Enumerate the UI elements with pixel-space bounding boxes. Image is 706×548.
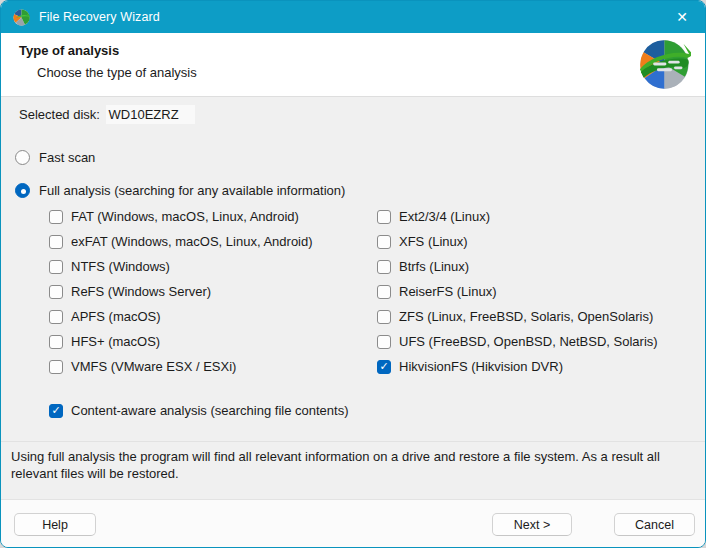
filesystem-checkbox[interactable] [377,235,391,249]
filesystem-option[interactable]: NTFS (Windows) [49,259,313,274]
filesystem-option[interactable]: Ext2/3/4 (Linux) [377,209,658,224]
filesystem-option[interactable]: exFAT (Windows, macOS, Linux, Android) [49,234,313,249]
filesystem-option[interactable]: ReFS (Windows Server) [49,284,313,299]
selected-disk-value: WD10EZRZ [106,105,195,124]
fast-scan-option[interactable]: Fast scan [15,150,95,165]
section-divider [1,441,705,442]
filesystem-label: ZFS (Linux, FreeBSD, Solaris, OpenSolari… [399,309,653,324]
filesystem-checkbox[interactable] [49,360,63,374]
filesystem-label: UFS (FreeBSD, OpenBSD, NetBSD, Solaris) [399,334,658,349]
page-title: Type of analysis [1,33,705,58]
filesystem-option[interactable]: HFS+ (macOS) [49,334,313,349]
filesystem-label: HikvisionFS (Hikvision DVR) [399,359,563,374]
full-analysis-label: Full analysis (searching for any availab… [39,183,345,198]
filesystem-checkbox[interactable] [377,335,391,349]
filesystem-checkbox[interactable] [377,310,391,324]
filesystem-label: Ext2/3/4 (Linux) [399,209,490,224]
filesystem-label: FAT (Windows, macOS, Linux, Android) [71,209,299,224]
content-aware-label: Content-aware analysis (searching file c… [71,403,348,418]
recovery-disk-icon [638,38,691,91]
filesystem-option[interactable]: XFS (Linux) [377,234,658,249]
content-aware-checkbox[interactable]: ✓ [49,404,63,418]
filesystem-label: ReFS (Windows Server) [71,284,211,299]
filesystem-column-right: Ext2/3/4 (Linux)XFS (Linux)Btrfs (Linux)… [377,209,658,374]
wizard-footer: Help Next > Cancel [1,499,705,547]
filesystem-checkbox[interactable] [377,210,391,224]
filesystem-option[interactable]: ZFS (Linux, FreeBSD, Solaris, OpenSolari… [377,309,658,324]
help-button[interactable]: Help [14,513,96,536]
filesystem-label: VMFS (VMware ESX / ESXi) [71,359,236,374]
filesystem-label: exFAT (Windows, macOS, Linux, Android) [71,234,313,249]
filesystem-option[interactable]: VMFS (VMware ESX / ESXi) [49,359,313,374]
wizard-content: Selected disk: WD10EZRZ Fast scan Full a… [1,97,705,499]
filesystem-checkbox[interactable] [49,285,63,299]
filesystem-label: NTFS (Windows) [71,259,170,274]
filesystem-checkbox[interactable] [49,310,63,324]
filesystem-option[interactable]: ✓HikvisionFS (Hikvision DVR) [377,359,658,374]
filesystem-checkbox[interactable] [49,335,63,349]
page-subtitle: Choose the type of analysis [1,58,705,80]
app-icon [13,9,30,26]
filesystem-label: XFS (Linux) [399,234,468,249]
filesystem-option[interactable]: APFS (macOS) [49,309,313,324]
content-aware-option[interactable]: ✓ Content-aware analysis (searching file… [49,403,348,418]
analysis-description: Using full analysis the program will fin… [11,448,699,482]
filesystem-label: HFS+ (macOS) [71,334,160,349]
filesystem-label: ReiserFS (Linux) [399,284,497,299]
title-bar: File Recovery Wizard ✕ [1,1,705,33]
file-recovery-wizard-window: File Recovery Wizard ✕ Type of analysis … [0,0,706,548]
next-button[interactable]: Next > [492,513,572,536]
wizard-header: Type of analysis Choose the type of anal… [1,33,705,97]
filesystem-checkbox[interactable] [49,235,63,249]
full-analysis-option[interactable]: Full analysis (searching for any availab… [15,183,345,198]
close-icon[interactable]: ✕ [659,1,705,33]
filesystem-label: Btrfs (Linux) [399,259,469,274]
selected-disk-row: Selected disk: WD10EZRZ [19,107,195,122]
full-analysis-radio[interactable] [15,183,30,198]
filesystem-checkbox[interactable] [377,260,391,274]
filesystem-checkbox[interactable] [377,285,391,299]
filesystem-checkbox[interactable] [49,210,63,224]
filesystem-checkbox[interactable] [49,260,63,274]
cancel-button[interactable]: Cancel [614,513,695,536]
filesystem-option[interactable]: Btrfs (Linux) [377,259,658,274]
filesystem-option[interactable]: UFS (FreeBSD, OpenBSD, NetBSD, Solaris) [377,334,658,349]
selected-disk-label: Selected disk: [19,107,100,122]
fast-scan-label: Fast scan [39,150,95,165]
filesystem-option[interactable]: FAT (Windows, macOS, Linux, Android) [49,209,313,224]
filesystem-option[interactable]: ReiserFS (Linux) [377,284,658,299]
window-title: File Recovery Wizard [39,10,160,24]
fast-scan-radio[interactable] [15,150,30,165]
filesystem-column-left: FAT (Windows, macOS, Linux, Android)exFA… [49,209,313,374]
filesystem-checkbox[interactable]: ✓ [377,360,391,374]
filesystem-label: APFS (macOS) [71,309,161,324]
